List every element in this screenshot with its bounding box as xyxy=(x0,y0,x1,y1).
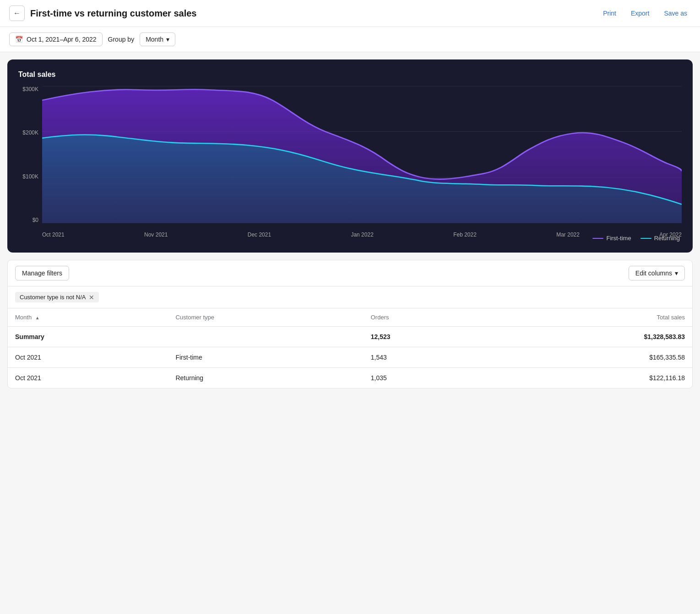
chart-wrap: $300K $200K $100K $0 xyxy=(18,86,682,242)
y-label-300k: $300K xyxy=(18,86,42,92)
save-as-button[interactable]: Save as xyxy=(660,7,691,20)
cell-orders: 1,543 xyxy=(364,347,489,368)
edit-columns-label: Edit columns xyxy=(635,269,672,277)
filter-tag-label: Customer type is not N/A xyxy=(20,294,86,301)
edit-columns-button[interactable]: Edit columns ▾ xyxy=(629,266,685,280)
back-button[interactable]: ← xyxy=(9,5,25,21)
summary-customer-type xyxy=(168,327,363,347)
col-orders[interactable]: Orders xyxy=(364,308,489,327)
chevron-down-icon: ▾ xyxy=(166,36,169,43)
y-label-100k: $100K xyxy=(18,173,42,180)
manage-filters-button[interactable]: Manage filters xyxy=(15,266,69,280)
returning-label: Returning xyxy=(654,235,680,242)
header-actions: Print Export Save as xyxy=(599,7,691,20)
table-header-row: Month ▲ Customer type Orders Total sales xyxy=(8,308,692,327)
x-label-jan2022: Jan 2022 xyxy=(351,232,373,238)
export-button[interactable]: Export xyxy=(627,7,653,20)
chart-svg xyxy=(42,86,682,223)
data-table: Month ▲ Customer type Orders Total sales… xyxy=(8,308,692,388)
legend-returning: Returning xyxy=(640,235,680,242)
y-label-0: $0 xyxy=(18,217,42,223)
cell-total-sales: $165,335.58 xyxy=(488,347,692,368)
returning-line-icon xyxy=(640,238,651,239)
date-range-label: Oct 1, 2021–Apr 6, 2022 xyxy=(27,36,97,43)
print-button[interactable]: Print xyxy=(599,7,620,20)
col-customer-type[interactable]: Customer type xyxy=(168,308,363,327)
chart-area xyxy=(42,86,682,223)
first-time-line-icon xyxy=(592,238,603,239)
table-actions: Manage filters Edit columns ▾ xyxy=(8,260,692,286)
summary-label: Summary xyxy=(8,327,168,347)
chart-title: Total sales xyxy=(18,70,682,79)
back-icon: ← xyxy=(13,9,21,17)
calendar-icon: 📅 xyxy=(15,36,23,43)
x-label-nov2021: Nov 2021 xyxy=(144,232,168,238)
table-section: Manage filters Edit columns ▾ Customer t… xyxy=(7,260,693,388)
cell-month: Oct 2021 xyxy=(8,368,168,388)
col-total-sales[interactable]: Total sales xyxy=(488,308,692,327)
sort-icon: ▲ xyxy=(35,315,40,320)
group-by-label: Group by xyxy=(108,36,135,43)
y-label-200k: $200K xyxy=(18,129,42,136)
chevron-down-icon: ▾ xyxy=(675,269,678,277)
x-axis: Oct 2021 Nov 2021 Dec 2021 Jan 2022 Feb … xyxy=(42,228,682,242)
chart-legend: First-time Returning xyxy=(592,235,682,242)
toolbar: 📅 Oct 1, 2021–Apr 6, 2022 Group by Month… xyxy=(0,27,700,52)
legend-first-time: First-time xyxy=(592,235,631,242)
x-label-feb2022: Feb 2022 xyxy=(453,232,477,238)
page-title: First-time vs returning customer sales xyxy=(30,8,594,19)
x-label-oct2021: Oct 2021 xyxy=(42,232,65,238)
summary-total-sales: $1,328,583.83 xyxy=(488,327,692,347)
col-month[interactable]: Month ▲ xyxy=(8,308,168,327)
chart-container: Total sales $300K $200K $100K $0 xyxy=(7,59,693,253)
table-row: Oct 2021 First-time 1,543 $165,335.58 xyxy=(8,347,692,368)
cell-customer-type: Returning xyxy=(168,368,363,388)
filter-tag-remove-button[interactable]: ✕ xyxy=(89,294,94,301)
cell-orders: 1,035 xyxy=(364,368,489,388)
cell-customer-type: First-time xyxy=(168,347,363,368)
date-range-button[interactable]: 📅 Oct 1, 2021–Apr 6, 2022 xyxy=(9,32,103,46)
filter-tag-customer-type: Customer type is not N/A ✕ xyxy=(15,292,99,302)
first-time-label: First-time xyxy=(606,235,631,242)
filter-tags: Customer type is not N/A ✕ xyxy=(8,286,692,308)
group-by-dropdown[interactable]: Month ▾ xyxy=(140,32,175,46)
y-axis: $300K $200K $100K $0 xyxy=(18,86,42,223)
page-header: ← First-time vs returning customer sales… xyxy=(0,0,700,27)
x-label-dec2021: Dec 2021 xyxy=(248,232,271,238)
table-row: Oct 2021 Returning 1,035 $122,116.18 xyxy=(8,368,692,388)
x-label-mar2022: Mar 2022 xyxy=(556,232,580,238)
group-by-value: Month xyxy=(146,36,163,43)
cell-total-sales: $122,116.18 xyxy=(488,368,692,388)
summary-row: Summary 12,523 $1,328,583.83 xyxy=(8,327,692,347)
summary-orders: 12,523 xyxy=(364,327,489,347)
cell-month: Oct 2021 xyxy=(8,347,168,368)
